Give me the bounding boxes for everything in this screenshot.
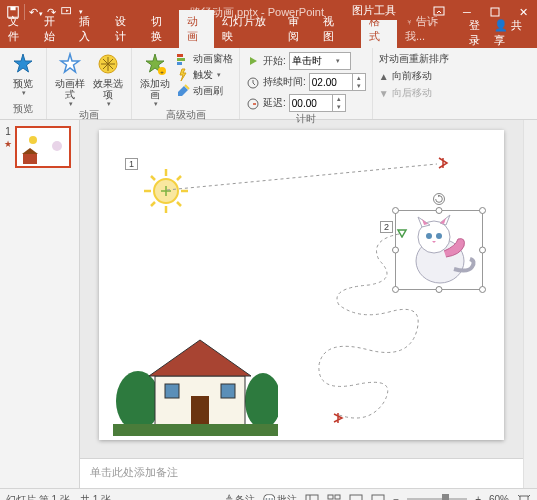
add-animation-button[interactable]: + 添加动画 ▾ [138, 50, 172, 108]
svg-rect-47 [520, 496, 528, 501]
svg-point-26 [116, 371, 160, 431]
vertical-scrollbar[interactable] [523, 120, 537, 488]
rotate-handle[interactable] [433, 193, 445, 205]
duration-icon [246, 75, 260, 89]
up-arrow-icon[interactable]: ▴ [353, 74, 365, 82]
slide-canvas-area: 1 2 [80, 120, 523, 488]
svg-point-15 [52, 141, 62, 151]
start-dropdown[interactable]: ▾ [289, 52, 351, 70]
down-triangle-icon: ▼ [379, 88, 389, 99]
delay-label: 延迟: [263, 96, 286, 110]
tab-file[interactable]: 文件 [0, 10, 36, 48]
animation-painter-button[interactable]: 动画刷 [176, 84, 233, 98]
zoom-out-button[interactable]: − [393, 494, 399, 500]
svg-text:+: + [160, 69, 164, 75]
start-value-input [290, 56, 332, 67]
tab-transitions[interactable]: 切换 [143, 10, 179, 48]
down-arrow-icon[interactable]: ▾ [333, 103, 345, 111]
view-slideshow-icon[interactable] [371, 494, 385, 501]
tab-home[interactable]: 开始 [36, 10, 72, 48]
trigger-button[interactable]: 触发▾ [176, 68, 233, 82]
view-sorter-icon[interactable] [327, 494, 341, 501]
svg-rect-4 [491, 8, 499, 16]
svg-rect-29 [191, 396, 209, 428]
svg-rect-9 [177, 58, 185, 61]
thumbnail-number: 1 [5, 126, 11, 137]
ribbon-tab-bar: 文件 开始 插入 设计 切换 动画 幻灯片放映 审阅 视图 格式 ♀ 告诉我..… [0, 24, 537, 48]
group-preview: 预览 ▾ 预览 [0, 48, 47, 119]
duration-label: 持续时间: [263, 75, 306, 89]
status-bar: 幻灯片 第 1 张，共 1 张 ≜ 备注 💬 批注 − + 60% [0, 488, 537, 500]
login-link[interactable]: 登录 [469, 18, 489, 48]
up-triangle-icon: ▲ [379, 71, 389, 82]
down-arrow-icon[interactable]: ▾ [353, 82, 365, 90]
group-label-preview: 预览 [6, 102, 40, 117]
move-later-button[interactable]: ▼ 向后移动 [379, 86, 449, 100]
svg-line-25 [167, 164, 437, 190]
animation-styles-button[interactable]: 动画样式 ▾ [53, 50, 87, 108]
tab-review[interactable]: 审阅 [280, 10, 316, 48]
thumbnail-panel: 1 ★ [0, 120, 80, 488]
preview-button[interactable]: 预览 ▾ [6, 50, 40, 97]
svg-rect-37 [306, 495, 318, 501]
svg-rect-40 [335, 495, 340, 499]
fit-to-window-icon[interactable] [517, 494, 531, 501]
up-arrow-icon[interactable]: ▴ [333, 95, 345, 103]
play-icon [246, 54, 260, 68]
start-label: 开始: [263, 54, 286, 68]
slide-thumbnail-1[interactable]: 1 ★ [4, 126, 75, 168]
animation-indicator-icon: ★ [4, 139, 12, 149]
animation-pane-icon [176, 52, 190, 66]
duration-input [310, 77, 352, 88]
animation-star-icon [58, 52, 82, 76]
svg-rect-30 [165, 384, 179, 398]
svg-rect-43 [350, 495, 362, 501]
delay-icon [246, 96, 260, 110]
picture-tools-label: 图片工具 [332, 0, 416, 20]
workspace: 1 ★ 1 2 [0, 120, 537, 488]
svg-rect-8 [177, 54, 183, 57]
house-image[interactable] [113, 326, 278, 436]
svg-rect-32 [113, 424, 278, 436]
ribbon: 预览 ▾ 预览 动画样式 ▾ 效果选项 ▾ 动画 [0, 48, 537, 120]
comments-button[interactable]: 💬 批注 [263, 493, 297, 501]
path-end-marker-2-icon [332, 412, 344, 424]
group-reorder: 对动画重新排序 ▲ 向前移动 ▼ 向后移动 [373, 48, 455, 119]
svg-rect-10 [177, 62, 182, 65]
add-animation-icon: + [143, 52, 167, 76]
view-reading-icon[interactable] [349, 494, 363, 501]
group-timing: 开始: ▾ 持续时间: ▴▾ 延迟: [240, 48, 373, 119]
duration-spinner[interactable]: ▴▾ [309, 73, 366, 91]
group-advanced-animation: + 添加动画 ▾ 动画窗格 触发▾ 动画刷 高级动画 [132, 48, 240, 119]
slide-counter: 幻灯片 第 1 张，共 1 张 [6, 493, 111, 501]
animation-tag-1[interactable]: 1 [125, 158, 138, 170]
slide[interactable]: 1 2 [99, 130, 504, 440]
painter-icon [176, 84, 190, 98]
zoom-value[interactable]: 60% [489, 494, 509, 500]
effect-options-button[interactable]: 效果选项 ▾ [91, 50, 125, 108]
tab-insert[interactable]: 插入 [71, 10, 107, 48]
thumbnail-preview [15, 126, 71, 168]
tab-slideshow[interactable]: 幻灯片放映 [214, 10, 279, 48]
tab-animations[interactable]: 动画 [179, 10, 215, 48]
notes-placeholder[interactable]: 单击此处添加备注 [80, 458, 523, 488]
trigger-icon [176, 68, 190, 82]
preview-star-icon [11, 52, 35, 76]
effect-options-icon [96, 52, 120, 76]
animation-pane-button[interactable]: 动画窗格 [176, 52, 233, 66]
svg-line-21 [151, 176, 155, 180]
svg-rect-44 [372, 495, 384, 501]
zoom-in-button[interactable]: + [475, 494, 481, 500]
svg-rect-39 [328, 495, 333, 499]
view-normal-icon[interactable] [305, 494, 319, 501]
notes-button[interactable]: ≜ 备注 [225, 493, 255, 501]
delay-spinner[interactable]: ▴▾ [289, 94, 346, 112]
svg-rect-14 [23, 154, 37, 164]
reorder-title: 对动画重新排序 [379, 52, 449, 66]
path-end-marker-icon [437, 156, 449, 170]
svg-line-22 [177, 202, 181, 206]
tab-design[interactable]: 设计 [107, 10, 143, 48]
svg-rect-31 [221, 384, 235, 398]
move-earlier-button[interactable]: ▲ 向前移动 [379, 69, 449, 83]
share-button[interactable]: 👤 共享 [494, 18, 529, 48]
